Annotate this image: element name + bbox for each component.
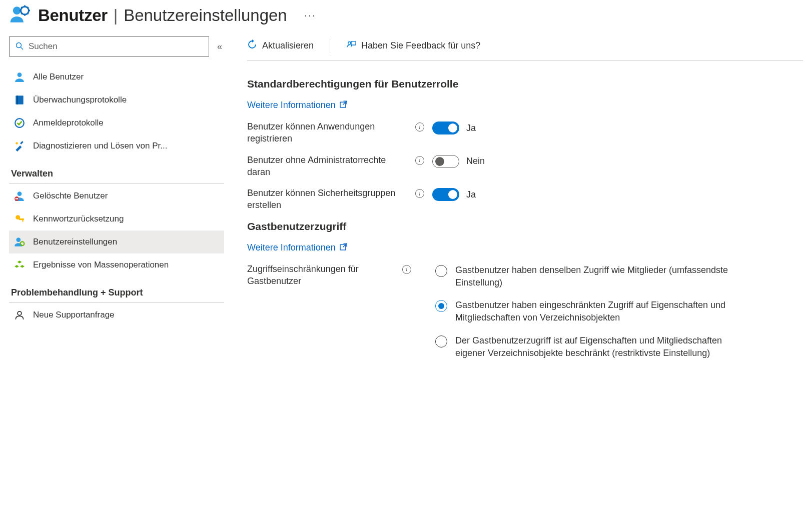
key-icon: [14, 214, 25, 224]
svg-line-8: [27, 7, 29, 8]
sidebar-item-all-users[interactable]: Alle Benutzer: [9, 66, 224, 88]
sidebar-item-label: Diagnostizieren und Lösen von Pr...: [33, 141, 167, 151]
radio-guest-same-access[interactable]: Gastbenutzer haben denselben Zugriff wie…: [435, 264, 745, 289]
deleted-user-icon: [14, 190, 25, 202]
search-input[interactable]: [29, 42, 203, 52]
user-icon: [14, 72, 25, 82]
sidebar-item-new-support[interactable]: Neue Supportanfrage: [9, 304, 224, 326]
toggle-value: Ja: [466, 190, 476, 200]
search-box[interactable]: [9, 36, 209, 56]
book-icon: [14, 94, 25, 106]
radio-label: Gastbenutzer haben denselben Zugriff wie…: [455, 264, 745, 289]
external-link-icon: [340, 100, 347, 110]
toggle-register-apps[interactable]: [432, 122, 459, 134]
info-icon[interactable]: i: [415, 122, 424, 132]
sidebar-item-user-settings[interactable]: Benutzereinstellungen: [9, 230, 224, 254]
radio-label: Der Gastbenutzerzugriff ist auf Eigensch…: [455, 334, 745, 360]
divider: [330, 38, 330, 52]
sidebar-group-manage: Verwalten: [9, 168, 224, 179]
feedback-button[interactable]: Haben Sie Feedback für uns?: [346, 40, 480, 52]
svg-line-7: [27, 13, 29, 14]
signin-icon: [14, 118, 25, 128]
sidebar-item-signin-logs[interactable]: Anmeldeprotokolle: [9, 112, 224, 134]
sidebar-item-label: Überwachungsprotokolle: [33, 95, 127, 105]
page-title: Benutzer | Benutzereinstellungen: [38, 6, 287, 25]
svg-rect-14: [17, 96, 18, 104]
radio-icon: [435, 300, 447, 312]
cubes-icon: [14, 260, 25, 270]
external-link-icon: [340, 242, 347, 253]
sidebar-item-deleted-users[interactable]: Gelöschte Benutzer: [9, 184, 224, 208]
section-title-default-permissions: Standardberechtigungen für Benutzerrolle: [247, 78, 803, 90]
svg-rect-27: [351, 41, 356, 44]
headset-icon: [14, 310, 25, 320]
svg-point-24: [21, 242, 25, 246]
svg-point-26: [348, 42, 351, 44]
toggle-value: Nein: [466, 156, 485, 166]
sidebar-item-diagnose[interactable]: Diagnostizieren und Lösen von Pr...: [9, 134, 224, 158]
info-icon[interactable]: i: [402, 265, 411, 274]
sidebar-item-label: Neue Supportanfrage: [33, 310, 115, 320]
more-menu[interactable]: ···: [304, 9, 316, 22]
svg-rect-19: [16, 198, 19, 199]
sidebar-item-label: Alle Benutzer: [33, 72, 84, 82]
svg-line-6: [21, 7, 23, 8]
sidebar-item-audit-logs[interactable]: Überwachungsprotokolle: [9, 88, 224, 112]
radio-guest-limited[interactable]: Gastbenutzer haben eingeschränkten Zugri…: [435, 299, 745, 324]
setting-label-nonadmin-users: Benutzer ohne Administratorrechte daran: [247, 154, 407, 178]
toggle-nonadmin-users[interactable]: [432, 155, 459, 168]
collapse-sidebar-button[interactable]: «: [215, 40, 224, 54]
sidebar-item-bulk-results[interactable]: Ergebnisse von Massenoperationen: [9, 254, 224, 276]
info-icon[interactable]: i: [415, 189, 424, 198]
section-title-guest-access: Gastbenutzerzugriff: [247, 220, 803, 232]
svg-rect-22: [23, 218, 24, 222]
sidebar-item-label: Ergebnisse von Massenoperationen: [33, 260, 169, 270]
sidebar-item-label: Anmeldeprotokolle: [33, 118, 104, 128]
divider: [9, 302, 224, 302]
refresh-button[interactable]: Aktualisieren: [247, 40, 314, 52]
refresh-icon: [247, 40, 257, 52]
setting-label-security-groups: Benutzer können Sicherheitsgruppen erste…: [247, 187, 407, 212]
refresh-label: Aktualisieren: [262, 40, 314, 51]
svg-line-11: [21, 47, 24, 50]
sidebar-group-support: Problembehandlung + Support: [9, 288, 224, 298]
search-icon: [16, 42, 24, 52]
setting-label-guest-restrictions: Zugriffseinschränkungen für Gastbenutzer: [247, 263, 397, 288]
user-gear-icon: [14, 236, 25, 248]
feedback-label: Haben Sie Feedback für uns?: [361, 40, 480, 51]
info-icon[interactable]: i: [415, 156, 424, 165]
svg-point-23: [16, 238, 21, 242]
radio-icon: [435, 265, 447, 277]
svg-point-12: [18, 72, 22, 77]
feedback-icon: [346, 40, 356, 52]
toggle-value: Ja: [466, 123, 476, 134]
tools-icon: [14, 140, 25, 152]
svg-point-10: [17, 42, 22, 48]
toggle-security-groups[interactable]: [432, 188, 459, 201]
learn-more-link-2[interactable]: Weitere Informationen: [247, 242, 347, 253]
radio-icon: [435, 336, 447, 348]
divider: [9, 183, 224, 184]
radio-label: Gastbenutzer haben eingeschränkten Zugri…: [455, 299, 745, 324]
sidebar-item-label: Kennwortzurücksetzung: [33, 214, 124, 224]
sidebar-item-label: Gelöschte Benutzer: [33, 191, 108, 201]
svg-line-9: [21, 13, 23, 14]
svg-point-25: [18, 312, 22, 316]
setting-label-register-apps: Benutzer können Anwendungen registrieren: [247, 120, 407, 145]
sidebar-item-label: Benutzereinstellungen: [33, 237, 117, 247]
user-settings-icon: [9, 4, 30, 26]
sidebar-item-password-reset[interactable]: Kennwortzurücksetzung: [9, 208, 224, 230]
learn-more-link-1[interactable]: Weitere Informationen: [247, 100, 347, 110]
radio-guest-restricted[interactable]: Der Gastbenutzerzugriff ist auf Eigensch…: [435, 334, 745, 360]
svg-point-16: [16, 142, 18, 144]
svg-point-17: [18, 192, 22, 196]
